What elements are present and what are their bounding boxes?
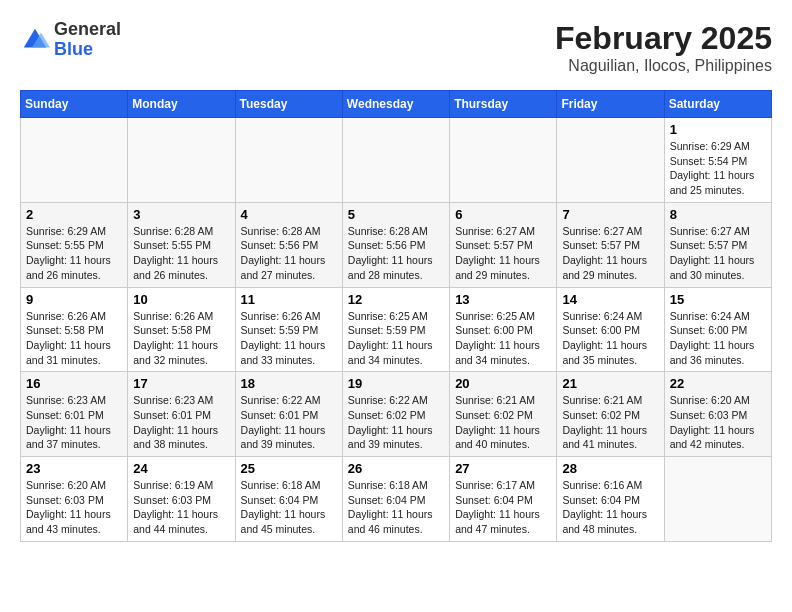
day-detail: Sunrise: 6:29 AMSunset: 5:54 PMDaylight:… xyxy=(670,139,766,198)
calendar-day-cell xyxy=(557,118,664,203)
day-detail: Sunrise: 6:23 AMSunset: 6:01 PMDaylight:… xyxy=(133,393,229,452)
day-detail: Sunrise: 6:22 AMSunset: 6:02 PMDaylight:… xyxy=(348,393,444,452)
calendar-day-cell: 11Sunrise: 6:26 AMSunset: 5:59 PMDayligh… xyxy=(235,287,342,372)
calendar-day-cell: 14Sunrise: 6:24 AMSunset: 6:00 PMDayligh… xyxy=(557,287,664,372)
day-detail: Sunrise: 6:22 AMSunset: 6:01 PMDaylight:… xyxy=(241,393,337,452)
weekday-header: Thursday xyxy=(450,91,557,118)
day-number: 27 xyxy=(455,461,551,476)
day-detail: Sunrise: 6:28 AMSunset: 5:56 PMDaylight:… xyxy=(348,224,444,283)
calendar-day-cell: 15Sunrise: 6:24 AMSunset: 6:00 PMDayligh… xyxy=(664,287,771,372)
day-number: 14 xyxy=(562,292,658,307)
calendar-day-cell xyxy=(664,457,771,542)
weekday-header: Wednesday xyxy=(342,91,449,118)
day-number: 24 xyxy=(133,461,229,476)
day-number: 23 xyxy=(26,461,122,476)
day-number: 8 xyxy=(670,207,766,222)
calendar-day-cell: 7Sunrise: 6:27 AMSunset: 5:57 PMDaylight… xyxy=(557,202,664,287)
calendar-day-cell: 4Sunrise: 6:28 AMSunset: 5:56 PMDaylight… xyxy=(235,202,342,287)
day-number: 15 xyxy=(670,292,766,307)
day-number: 28 xyxy=(562,461,658,476)
calendar-day-cell: 22Sunrise: 6:20 AMSunset: 6:03 PMDayligh… xyxy=(664,372,771,457)
calendar-day-cell: 16Sunrise: 6:23 AMSunset: 6:01 PMDayligh… xyxy=(21,372,128,457)
calendar-day-cell: 19Sunrise: 6:22 AMSunset: 6:02 PMDayligh… xyxy=(342,372,449,457)
logo: General Blue xyxy=(20,20,121,60)
day-detail: Sunrise: 6:20 AMSunset: 6:03 PMDaylight:… xyxy=(26,478,122,537)
day-detail: Sunrise: 6:29 AMSunset: 5:55 PMDaylight:… xyxy=(26,224,122,283)
day-number: 16 xyxy=(26,376,122,391)
calendar-day-cell: 23Sunrise: 6:20 AMSunset: 6:03 PMDayligh… xyxy=(21,457,128,542)
calendar-table: SundayMondayTuesdayWednesdayThursdayFrid… xyxy=(20,90,772,542)
day-number: 21 xyxy=(562,376,658,391)
day-detail: Sunrise: 6:26 AMSunset: 5:58 PMDaylight:… xyxy=(26,309,122,368)
day-detail: Sunrise: 6:25 AMSunset: 6:00 PMDaylight:… xyxy=(455,309,551,368)
location-subtitle: Naguilian, Ilocos, Philippines xyxy=(555,57,772,75)
calendar-day-cell: 24Sunrise: 6:19 AMSunset: 6:03 PMDayligh… xyxy=(128,457,235,542)
logo-icon xyxy=(20,25,50,55)
calendar-day-cell: 27Sunrise: 6:17 AMSunset: 6:04 PMDayligh… xyxy=(450,457,557,542)
calendar-day-cell: 17Sunrise: 6:23 AMSunset: 6:01 PMDayligh… xyxy=(128,372,235,457)
day-detail: Sunrise: 6:19 AMSunset: 6:03 PMDaylight:… xyxy=(133,478,229,537)
day-detail: Sunrise: 6:17 AMSunset: 6:04 PMDaylight:… xyxy=(455,478,551,537)
day-number: 11 xyxy=(241,292,337,307)
calendar-day-cell: 8Sunrise: 6:27 AMSunset: 5:57 PMDaylight… xyxy=(664,202,771,287)
calendar-day-cell: 6Sunrise: 6:27 AMSunset: 5:57 PMDaylight… xyxy=(450,202,557,287)
calendar-day-cell: 2Sunrise: 6:29 AMSunset: 5:55 PMDaylight… xyxy=(21,202,128,287)
weekday-header: Monday xyxy=(128,91,235,118)
day-detail: Sunrise: 6:26 AMSunset: 5:58 PMDaylight:… xyxy=(133,309,229,368)
day-detail: Sunrise: 6:24 AMSunset: 6:00 PMDaylight:… xyxy=(562,309,658,368)
day-detail: Sunrise: 6:21 AMSunset: 6:02 PMDaylight:… xyxy=(562,393,658,452)
calendar-day-cell xyxy=(450,118,557,203)
calendar-week-row: 9Sunrise: 6:26 AMSunset: 5:58 PMDaylight… xyxy=(21,287,772,372)
weekday-header: Saturday xyxy=(664,91,771,118)
calendar-day-cell: 28Sunrise: 6:16 AMSunset: 6:04 PMDayligh… xyxy=(557,457,664,542)
day-number: 13 xyxy=(455,292,551,307)
day-number: 10 xyxy=(133,292,229,307)
day-detail: Sunrise: 6:28 AMSunset: 5:55 PMDaylight:… xyxy=(133,224,229,283)
day-detail: Sunrise: 6:21 AMSunset: 6:02 PMDaylight:… xyxy=(455,393,551,452)
day-detail: Sunrise: 6:16 AMSunset: 6:04 PMDaylight:… xyxy=(562,478,658,537)
page-header: General Blue February 2025 Naguilian, Il… xyxy=(20,20,772,75)
day-detail: Sunrise: 6:28 AMSunset: 5:56 PMDaylight:… xyxy=(241,224,337,283)
calendar-day-cell: 9Sunrise: 6:26 AMSunset: 5:58 PMDaylight… xyxy=(21,287,128,372)
day-number: 2 xyxy=(26,207,122,222)
day-detail: Sunrise: 6:27 AMSunset: 5:57 PMDaylight:… xyxy=(455,224,551,283)
calendar-day-cell: 10Sunrise: 6:26 AMSunset: 5:58 PMDayligh… xyxy=(128,287,235,372)
calendar-day-cell xyxy=(21,118,128,203)
calendar-day-cell: 13Sunrise: 6:25 AMSunset: 6:00 PMDayligh… xyxy=(450,287,557,372)
day-detail: Sunrise: 6:27 AMSunset: 5:57 PMDaylight:… xyxy=(670,224,766,283)
day-detail: Sunrise: 6:26 AMSunset: 5:59 PMDaylight:… xyxy=(241,309,337,368)
day-detail: Sunrise: 6:18 AMSunset: 6:04 PMDaylight:… xyxy=(241,478,337,537)
day-number: 4 xyxy=(241,207,337,222)
day-number: 5 xyxy=(348,207,444,222)
day-number: 19 xyxy=(348,376,444,391)
calendar-day-cell: 26Sunrise: 6:18 AMSunset: 6:04 PMDayligh… xyxy=(342,457,449,542)
day-detail: Sunrise: 6:27 AMSunset: 5:57 PMDaylight:… xyxy=(562,224,658,283)
calendar-day-cell: 12Sunrise: 6:25 AMSunset: 5:59 PMDayligh… xyxy=(342,287,449,372)
day-number: 12 xyxy=(348,292,444,307)
calendar-day-cell xyxy=(128,118,235,203)
calendar-day-cell: 1Sunrise: 6:29 AMSunset: 5:54 PMDaylight… xyxy=(664,118,771,203)
calendar-week-row: 23Sunrise: 6:20 AMSunset: 6:03 PMDayligh… xyxy=(21,457,772,542)
day-number: 1 xyxy=(670,122,766,137)
weekday-header-row: SundayMondayTuesdayWednesdayThursdayFrid… xyxy=(21,91,772,118)
calendar-day-cell: 21Sunrise: 6:21 AMSunset: 6:02 PMDayligh… xyxy=(557,372,664,457)
weekday-header: Friday xyxy=(557,91,664,118)
day-number: 9 xyxy=(26,292,122,307)
title-block: February 2025 Naguilian, Ilocos, Philipp… xyxy=(555,20,772,75)
day-detail: Sunrise: 6:23 AMSunset: 6:01 PMDaylight:… xyxy=(26,393,122,452)
calendar-day-cell: 3Sunrise: 6:28 AMSunset: 5:55 PMDaylight… xyxy=(128,202,235,287)
calendar-day-cell: 20Sunrise: 6:21 AMSunset: 6:02 PMDayligh… xyxy=(450,372,557,457)
day-detail: Sunrise: 6:20 AMSunset: 6:03 PMDaylight:… xyxy=(670,393,766,452)
logo-blue-text: Blue xyxy=(54,40,121,60)
calendar-day-cell: 18Sunrise: 6:22 AMSunset: 6:01 PMDayligh… xyxy=(235,372,342,457)
weekday-header: Sunday xyxy=(21,91,128,118)
day-number: 3 xyxy=(133,207,229,222)
day-number: 26 xyxy=(348,461,444,476)
logo-general-text: General xyxy=(54,20,121,40)
day-detail: Sunrise: 6:25 AMSunset: 5:59 PMDaylight:… xyxy=(348,309,444,368)
calendar-day-cell xyxy=(342,118,449,203)
day-detail: Sunrise: 6:24 AMSunset: 6:00 PMDaylight:… xyxy=(670,309,766,368)
day-number: 7 xyxy=(562,207,658,222)
calendar-week-row: 1Sunrise: 6:29 AMSunset: 5:54 PMDaylight… xyxy=(21,118,772,203)
month-year-title: February 2025 xyxy=(555,20,772,57)
